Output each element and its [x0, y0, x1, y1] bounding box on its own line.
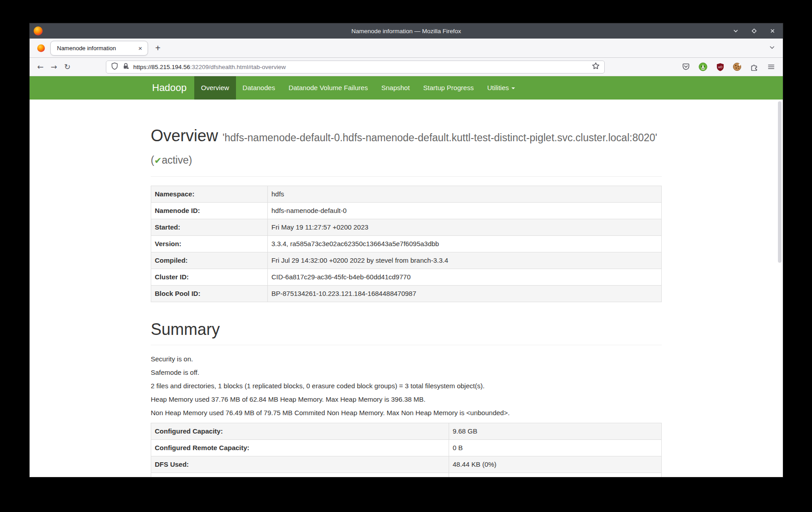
active-check-icon: ✔ [154, 155, 162, 166]
table-row: Configured Remote Capacity:0 B [151, 440, 662, 456]
row-value: 0 B [449, 440, 662, 456]
lock-warning-icon[interactable] [122, 62, 130, 72]
hadoop-brand[interactable]: Hadoop [151, 76, 188, 100]
table-row: Block Pool ID:BP-875134261-10.223.121.18… [151, 286, 662, 302]
nav-item-startup-progress[interactable]: Startup Progress [416, 76, 480, 100]
row-value: CID-6a817c29-ac36-45fc-b4eb-60dd41cd9770 [268, 269, 662, 286]
row-label: Non DFS Used: [151, 473, 449, 477]
table-row: Started:Fri May 19 11:27:57 +0200 2023 [151, 219, 662, 236]
nav-item-overview[interactable]: Overview [194, 76, 236, 100]
browser-window: Namenode information — Mozilla Firefox N… [30, 23, 783, 477]
summary-heading: Summary [151, 319, 662, 339]
new-tab-button[interactable]: + [155, 43, 161, 52]
divider [151, 176, 662, 177]
toolbar-extension-icons: uO [681, 61, 783, 72]
nav-item-datanode-volume-failures[interactable]: Datanode Volume Failures [282, 76, 375, 100]
browser-tab[interactable]: Namenode information × [50, 41, 148, 56]
page-content: Overview'hdfs-namenode-default-0.hdfs-na… [30, 100, 783, 477]
list-all-tabs-chevron-icon[interactable] [768, 44, 776, 53]
summary-line: 2 files and directories, 1 blocks (1 rep… [151, 381, 662, 391]
row-label: DFS Used: [151, 456, 449, 473]
cookie-icon[interactable] [732, 61, 742, 72]
menu-hamburger-icon[interactable] [766, 61, 777, 72]
window-close-icon[interactable] [769, 28, 776, 34]
caret-down-icon [511, 87, 515, 89]
overview-title: Overview [151, 126, 218, 145]
window-minimize-icon[interactable] [733, 28, 739, 34]
pocket-icon[interactable] [681, 61, 691, 72]
tab-bar: Namenode information × + [30, 39, 783, 58]
url-host: https://85.215.194.56 [133, 64, 190, 70]
row-label: Namespace: [151, 186, 268, 203]
nav-item-utilities[interactable]: Utilities [480, 76, 522, 100]
row-label: Compiled: [151, 252, 268, 269]
svg-text:uO: uO [718, 65, 722, 69]
extensions-puzzle-icon[interactable] [749, 61, 760, 72]
hadoop-navbar: Hadoop OverviewDatanodesDatanode Volume … [30, 76, 783, 100]
summary-line: Non Heap Memory used 76.49 MB of 79.75 M… [151, 408, 662, 417]
back-button[interactable]: ← [34, 63, 47, 71]
status-active-label: active [162, 154, 188, 166]
table-row: Non DFS Used:119.56 KB [151, 473, 662, 477]
summary-line: Heap Memory used 37.76 MB of 62.84 MB He… [151, 395, 662, 404]
row-value: 48.44 KB (0%) [449, 456, 662, 473]
reload-button[interactable]: ↻ [61, 63, 74, 71]
window-maximize-icon[interactable] [751, 28, 757, 34]
row-label: Block Pool ID: [151, 286, 268, 302]
table-row: Configured Capacity:9.68 GB [151, 423, 662, 440]
row-value: 9.68 GB [449, 423, 662, 440]
row-value: Fri May 19 11:27:57 +0200 2023 [268, 219, 662, 236]
url-path: :32209/dfshealth.html#tab-overview [190, 64, 286, 70]
forward-button[interactable]: → [47, 63, 61, 71]
summary-line: Safemode is off. [151, 368, 662, 377]
row-label: Namenode ID: [151, 203, 268, 219]
row-label: Started: [151, 219, 268, 236]
row-value: hdfs-namenode-default-0 [268, 203, 662, 219]
row-value: BP-875134261-10.223.121.184-168448847098… [268, 286, 662, 302]
row-label: Configured Remote Capacity: [151, 440, 449, 456]
desktop-background: Namenode information — Mozilla Firefox N… [0, 0, 812, 512]
nav-item-snapshot[interactable]: Snapshot [375, 76, 416, 100]
row-value: 3.3.4, ra585a73c3e02ac62350c136643a5e7f6… [268, 236, 662, 252]
row-value: 119.56 KB [449, 473, 662, 477]
navbar-items: OverviewDatanodesDatanode Volume Failure… [194, 76, 522, 100]
privacy-badger-icon[interactable] [698, 61, 708, 72]
capacity-table: Configured Capacity:9.68 GBConfigured Re… [151, 423, 662, 477]
tracking-protection-shield-icon[interactable] [111, 62, 118, 72]
tab-title: Namenode information [57, 45, 137, 52]
namenode-info-table: Namespace:hdfsNamenode ID:hdfs-namenode-… [151, 186, 662, 302]
table-row: Compiled:Fri Jul 29 14:32:00 +0200 2022 … [151, 252, 662, 269]
table-row: Namenode ID:hdfs-namenode-default-0 [151, 203, 662, 219]
row-label: Cluster ID: [151, 269, 268, 286]
content-scrollbar[interactable] [778, 101, 781, 263]
summary-line: Security is on. [151, 354, 662, 364]
row-label: Configured Capacity: [151, 423, 449, 440]
firefox-tab-icon [37, 44, 45, 52]
url-text[interactable]: https://85.215.194.56:32209/dfshealth.ht… [133, 64, 592, 70]
table-row: Namespace:hdfs [151, 186, 662, 203]
ublock-origin-icon[interactable]: uO [715, 61, 725, 72]
bookmark-star-icon[interactable] [592, 62, 600, 72]
table-row: DFS Used:48.44 KB (0%) [151, 456, 662, 473]
table-row: Cluster ID:CID-6a817c29-ac36-45fc-b4eb-6… [151, 269, 662, 286]
row-label: Version: [151, 236, 268, 252]
tab-close-icon[interactable]: × [137, 44, 143, 52]
navigation-toolbar: ← → ↻ https://85.215.194.56:32209/dfshea… [30, 58, 783, 76]
nav-item-datanodes[interactable]: Datanodes [236, 76, 282, 100]
overview-subtitle: 'hdfs-namenode-default-0.hdfs-namenode-d… [151, 132, 657, 166]
url-bar[interactable]: https://85.215.194.56:32209/dfshealth.ht… [106, 61, 605, 74]
divider [151, 345, 662, 345]
row-value: Fri Jul 29 14:32:00 +0200 2022 by stevel… [268, 252, 662, 269]
summary-paragraphs: Security is on.Safemode is off.2 files a… [151, 354, 662, 417]
overview-heading: Overview'hdfs-namenode-default-0.hdfs-na… [151, 126, 662, 171]
window-titlebar[interactable]: Namenode information — Mozilla Firefox [30, 23, 783, 39]
window-title: Namenode information — Mozilla Firefox [30, 28, 783, 35]
row-value: hdfs [268, 186, 662, 203]
window-controls [733, 28, 783, 34]
table-row: Version:3.3.4, ra585a73c3e02ac62350c1366… [151, 236, 662, 252]
